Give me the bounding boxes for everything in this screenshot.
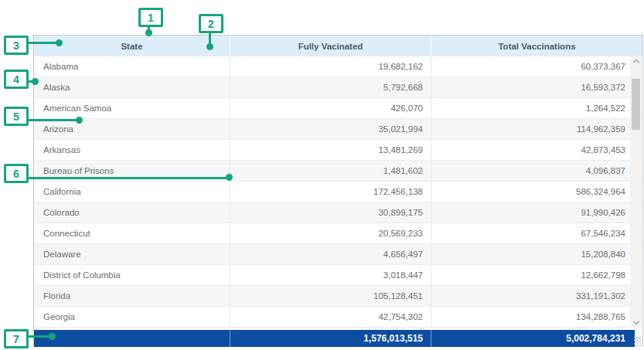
callout-2-dot — [206, 43, 213, 50]
column-header-state[interactable]: State — [34, 36, 230, 56]
state-cell: Arkansas — [34, 140, 230, 160]
callout-4-label: 4 — [4, 70, 29, 89]
state-cell: District of Columbia — [34, 265, 230, 285]
callout-4: 4 — [4, 70, 29, 89]
callout-6-line — [29, 177, 230, 179]
callout-6-label: 6 — [4, 164, 29, 183]
table-row[interactable]: California 172,456,138 586,324,964 — [34, 182, 642, 202]
callout-6-dot — [226, 174, 233, 181]
column-header-fully-vacinated[interactable]: Fully Vacinated — [230, 36, 431, 56]
fully-vacinated-cell: 20,569,233 — [230, 223, 431, 243]
callout-1: 1 — [138, 8, 163, 27]
fully-vacinated-cell: 5,792,668 — [230, 77, 431, 97]
total-vaccinations-cell: 331,191,302 — [431, 286, 642, 306]
column-header-total-vaccinations[interactable]: Total Vaccinations — [431, 36, 642, 56]
callout-7-label: 7 — [4, 329, 29, 348]
vaccinations-table: State Fully Vacinated Total Vaccinations… — [33, 35, 643, 346]
table-row[interactable]: Georgia 42,754,302 134,288,765 — [34, 307, 642, 328]
callout-2-label: 2 — [199, 14, 223, 33]
fully-vacinated-cell: 172,456,138 — [230, 182, 431, 202]
callout-4-dot — [32, 78, 39, 85]
table-row[interactable]: American Samoa 426,070 1,264,522 — [34, 98, 642, 119]
total-vaccinations-cell: 1,264,522 — [431, 98, 642, 118]
scrollbar-thumb[interactable] — [632, 79, 640, 130]
callout-3-dot — [56, 39, 63, 46]
state-cell: Georgia — [34, 307, 230, 327]
callout-7: 7 — [4, 329, 29, 348]
fully-vacinated-cell: 1,481,602 — [230, 161, 431, 181]
state-cell: Arizona — [34, 119, 230, 139]
callout-6: 6 — [4, 164, 29, 183]
state-cell: American Samoa — [34, 98, 230, 118]
callout-3-label: 3 — [4, 36, 29, 55]
fully-vacinated-cell: 42,754,302 — [230, 307, 431, 327]
fully-vacinated-cell: 35,021,994 — [230, 119, 431, 139]
state-cell: Alabama — [34, 56, 230, 76]
totals-total-vaccinations: 5,002,784,231 — [431, 330, 635, 347]
state-cell: Alaska — [34, 77, 230, 97]
fully-vacinated-cell: 105,128,451 — [230, 286, 431, 306]
table-row[interactable]: Florida 105,128,451 331,191,302 — [34, 286, 642, 307]
table-row[interactable]: Connecticut 20,569,233 67,546,234 — [34, 223, 642, 244]
table-row[interactable]: Arkansas 13,481,269 42,873,453 — [34, 140, 642, 161]
callout-5-line — [29, 119, 80, 121]
total-vaccinations-cell: 16,593,372 — [431, 77, 642, 97]
total-vaccinations-cell: 12,662,798 — [431, 265, 642, 285]
table-body: Alabama 19,682,162 60,373,367 Alaska 5,7… — [34, 56, 642, 328]
callout-3: 3 — [4, 36, 29, 55]
fully-vacinated-cell: 426,070 — [230, 98, 431, 118]
callout-1-dot — [145, 29, 152, 36]
state-cell: Colorado — [34, 202, 230, 223]
fully-vacinated-cell: 30,899,175 — [230, 202, 431, 223]
state-cell: Florida — [34, 286, 230, 306]
callout-5-label: 5 — [4, 107, 29, 126]
scroll-down-icon[interactable] — [630, 317, 642, 328]
state-cell: Connecticut — [34, 223, 230, 243]
callout-2: 2 — [199, 14, 223, 33]
fully-vacinated-cell: 4,656,497 — [230, 244, 431, 264]
total-vaccinations-cell: 60,373,367 — [431, 56, 642, 76]
callout-7-dot — [49, 333, 56, 340]
table-row[interactable]: Colorado 30,899,175 91,990,426 — [34, 202, 642, 223]
callout-5: 5 — [4, 107, 29, 126]
table-row[interactable]: Delaware 4,656,497 15,208,840 — [34, 244, 642, 265]
state-cell: Delaware — [34, 244, 230, 264]
total-vaccinations-cell: 586,324,964 — [431, 182, 642, 202]
total-vaccinations-cell: 114,962,359 — [431, 119, 642, 139]
total-vaccinations-cell: 91,990,426 — [431, 202, 642, 223]
fully-vacinated-cell: 19,682,162 — [230, 56, 431, 76]
table-row[interactable]: Alaska 5,792,668 16,593,372 — [34, 77, 642, 98]
chevron-up-icon — [632, 59, 639, 65]
totals-row: 1,576,013,515 5,002,784,231 — [34, 330, 635, 347]
callout-1-label: 1 — [138, 8, 163, 27]
total-vaccinations-cell: 42,873,453 — [431, 140, 642, 160]
table-row[interactable]: Alabama 19,682,162 60,373,367 — [34, 56, 642, 77]
table-row[interactable]: District of Columbia 3,018,447 12,662,79… — [34, 265, 642, 286]
total-vaccinations-cell: 67,546,234 — [431, 223, 642, 243]
vertical-scrollbar[interactable] — [630, 56, 642, 328]
callout-3-line — [29, 42, 60, 44]
fully-vacinated-cell: 13,481,269 — [230, 140, 431, 160]
resize-handle-icon[interactable] — [634, 337, 641, 344]
state-cell: California — [34, 182, 230, 202]
total-vaccinations-cell: 134,288,765 — [431, 307, 642, 327]
chevron-down-icon — [632, 318, 639, 324]
table-header-row: State Fully Vacinated Total Vaccinations — [34, 36, 642, 56]
total-vaccinations-cell: 15,208,840 — [431, 244, 642, 264]
callout-5-dot — [76, 117, 83, 124]
total-vaccinations-cell: 4,096,837 — [431, 161, 642, 181]
fully-vacinated-cell: 3,018,447 — [230, 265, 431, 285]
totals-state-cell — [34, 330, 230, 347]
table-row[interactable]: Arizona 35,021,994 114,962,359 — [34, 119, 642, 140]
scroll-up-icon[interactable] — [630, 56, 642, 66]
totals-fully-vacinated: 1,576,013,515 — [230, 330, 431, 347]
screenshot-root: State Fully Vacinated Total Vaccinations… — [0, 0, 644, 350]
